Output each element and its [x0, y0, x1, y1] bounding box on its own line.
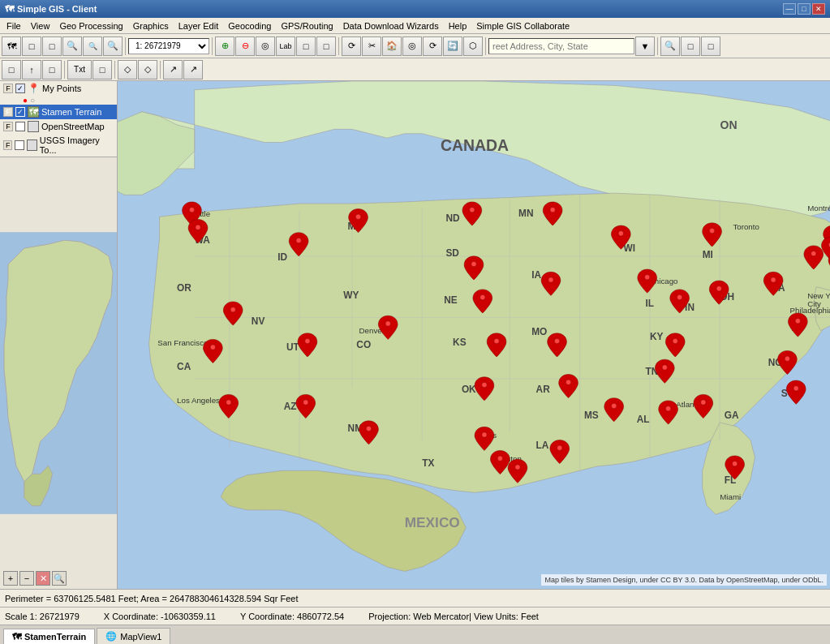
svg-point-77 — [355, 214, 360, 219]
tb-home-button[interactable]: 🏠 — [382, 36, 402, 56]
menu-file[interactable]: File — [2, 19, 26, 32]
svg-text:Montréal: Montréal — [807, 204, 830, 213]
tb2-arrow-button[interactable]: ↑ — [22, 60, 41, 79]
tb-zoom-in-button[interactable]: 🔍 — [62, 36, 82, 56]
minimize-button[interactable]: — — [783, 3, 796, 15]
left-panel: F 📍 My Points ● ○ F 🗺 Stamen Terrain F O… — [0, 81, 118, 589]
tab-bar: 🗺 StamenTerrain 🌐 MapView1 — [0, 625, 830, 644]
layer-check-2[interactable] — [15, 107, 25, 117]
menu-geocoding[interactable]: Geocoding — [223, 19, 276, 32]
tb-remove-button[interactable]: ⊖ — [235, 36, 255, 56]
tb-zoom-out-button[interactable]: 🔍 — [83, 36, 102, 56]
tb-gps-button[interactable]: 🔍 — [660, 36, 680, 56]
menu-geoprocessing[interactable]: Geo Processing — [54, 19, 127, 32]
svg-text:Toronto: Toronto — [733, 222, 759, 231]
minimap-add-button[interactable]: + — [3, 571, 18, 586]
menu-collaborate[interactable]: Simple GIS Collaborate — [471, 19, 574, 32]
toolbar-separator-4 — [485, 37, 486, 55]
svg-text:IL: IL — [646, 298, 655, 309]
svg-text:WY: WY — [343, 290, 359, 301]
minimap-minus-button[interactable]: − — [19, 571, 34, 586]
svg-text:San Francisco: San Francisco — [157, 338, 208, 347]
tb-hex-button[interactable]: ⬡ — [463, 36, 483, 56]
layer-check-1[interactable] — [15, 84, 25, 93]
window-controls[interactable]: — □ ✕ — [783, 3, 825, 15]
tb2-arrow3-button[interactable]: ↗ — [183, 60, 203, 79]
tb-extra2-button[interactable]: □ — [701, 36, 720, 56]
layer-check-3[interactable] — [15, 122, 25, 131]
tb-map-button[interactable]: 🗺 — [2, 36, 21, 56]
menu-layer-edit[interactable]: Layer Edit — [174, 19, 224, 32]
menu-gps-routing[interactable]: GPS/Routing — [276, 19, 338, 32]
tb-rotate-button[interactable]: ⟳ — [423, 36, 442, 56]
layer-openstreetmap[interactable]: F OpenStreetMap — [0, 119, 117, 134]
map-area[interactable]: CANADA ON WA OR CA NV ID MT WY UT AZ NM … — [118, 81, 830, 589]
tb2-diamond2-button[interactable]: ◇ — [138, 60, 157, 79]
svg-point-102 — [665, 406, 670, 410]
toolbar-1: 🗺 □ □ 🔍 🔍 🔍 1: 26721979 ⊕ ⊖ ◎ Lab □ □ ⟳ … — [0, 34, 830, 58]
address-search-input[interactable] — [488, 38, 634, 54]
tb-flip-button[interactable]: 🔄 — [443, 36, 462, 56]
toolbar-separator-1 — [125, 37, 126, 55]
menu-data-download[interactable]: Data Download Wizards — [338, 19, 444, 32]
svg-point-115 — [303, 400, 308, 405]
minimap-controls: + − ✕ 🔍 — [3, 571, 67, 586]
tb2-layer-button[interactable]: □ — [42, 60, 62, 79]
svg-point-98 — [795, 318, 800, 323]
svg-point-107 — [497, 456, 502, 461]
tb2-tb-sq-button[interactable]: □ — [92, 60, 112, 79]
tb-select-button[interactable]: □ — [42, 36, 62, 56]
tb-scissors-button[interactable]: ✂ — [362, 36, 381, 56]
toolbar-2: □ ↑ □ Txt □ ◇ ◇ ↗ ↗ — [0, 58, 830, 81]
svg-point-105 — [482, 382, 487, 387]
layer-f-label-1[interactable]: F — [3, 84, 13, 93]
scale-selector[interactable]: 1: 26721979 — [128, 38, 209, 54]
layer-stamen-terrain[interactable]: F 🗺 Stamen Terrain — [0, 105, 117, 119]
tb-sq2-button[interactable]: □ — [316, 36, 336, 56]
svg-point-81 — [709, 228, 714, 233]
svg-text:MEXICO: MEXICO — [405, 514, 460, 530]
layer-check-4[interactable] — [15, 140, 24, 150]
projection-text: Projection: Web Mercator| View Units: Fe… — [368, 612, 539, 621]
svg-point-74 — [189, 207, 194, 212]
svg-text:AL: AL — [637, 414, 650, 425]
maximize-button[interactable]: □ — [798, 3, 811, 15]
app-title: 🗺 Simple GIS - Client — [5, 4, 97, 14]
main-content: F 📍 My Points ● ○ F 🗺 Stamen Terrain F O… — [0, 81, 830, 589]
tb-search-go-button[interactable]: ▼ — [635, 36, 655, 56]
tb-extra1-button[interactable]: □ — [681, 36, 700, 56]
tb-circle2-button[interactable]: ◎ — [402, 36, 422, 56]
minimap-search-button[interactable]: 🔍 — [52, 571, 67, 586]
tb-refresh-button[interactable]: ⟳ — [342, 36, 361, 56]
tb-lab-button[interactable]: Lab — [276, 36, 295, 56]
tb2-diamond-button[interactable]: ◇ — [118, 60, 137, 79]
tab-stamen-terrain[interactable]: 🗺 StamenTerrain — [3, 629, 95, 644]
tb2-arrow2-button[interactable]: ↗ — [163, 60, 183, 79]
menu-graphics[interactable]: Graphics — [128, 19, 174, 32]
svg-text:Los Angeles: Los Angeles — [177, 396, 220, 405]
layer-my-points[interactable]: F 📍 My Points — [0, 81, 117, 96]
tb-identify-button[interactable]: 🔍 — [103, 36, 123, 56]
menu-help[interactable]: Help — [444, 19, 472, 32]
svg-point-101 — [701, 400, 706, 405]
tb-add-button[interactable]: ⊕ — [215, 36, 234, 56]
svg-point-84 — [548, 277, 553, 282]
tb2-text-button[interactable]: Txt — [67, 60, 92, 79]
menu-view[interactable]: View — [26, 19, 55, 32]
minimap-close-button[interactable]: ✕ — [36, 571, 50, 586]
svg-text:OR: OR — [177, 282, 191, 294]
tb-circle-button[interactable]: ◎ — [256, 36, 275, 56]
tab-mapview1[interactable]: 🌐 MapView1 — [97, 628, 170, 644]
svg-point-97 — [673, 338, 677, 343]
svg-text:MN: MN — [518, 208, 533, 219]
close-button[interactable]: ✕ — [812, 3, 825, 15]
layer-f-label-3[interactable]: F — [3, 122, 13, 131]
layer-usgs-imagery[interactable]: F USGS Imagery To... — [0, 134, 117, 157]
layer-f-label-2[interactable]: F — [3, 107, 13, 117]
svg-text:OK: OK — [462, 384, 476, 395]
tb-pan-button[interactable]: □ — [22, 36, 41, 56]
tb-sq1-button[interactable]: □ — [296, 36, 316, 56]
layer-f-label-4[interactable]: F — [3, 140, 12, 150]
tab-stamen-terrain-icon: 🗺 — [12, 632, 21, 642]
tb2-select-button[interactable]: □ — [2, 60, 21, 79]
